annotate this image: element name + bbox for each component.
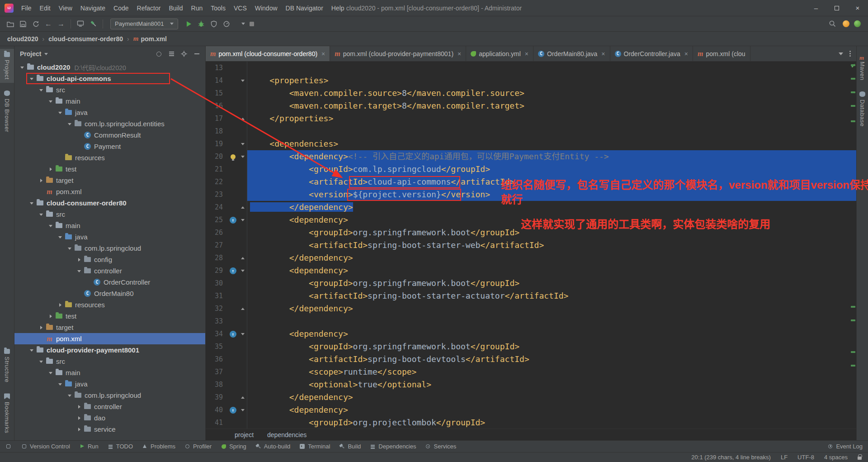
tree-toggle-icon[interactable] xyxy=(56,303,64,307)
toolwindow-button-dependencies[interactable]: Dependencies xyxy=(370,443,416,450)
tool-button-bookmarks[interactable]: Bookmarks xyxy=(0,390,14,437)
run-with-coverage-icon[interactable] xyxy=(208,19,220,29)
code-line-26[interactable]: 26 <groupId>org.springframework.boot</gr… xyxy=(206,226,856,239)
tree-toggle-icon[interactable] xyxy=(28,347,35,353)
line-separator-indicator[interactable]: LF xyxy=(781,454,788,461)
chevron-down-icon[interactable] xyxy=(44,53,48,57)
collapse-all-icon[interactable] xyxy=(168,51,175,57)
run-options-chevron-icon[interactable] xyxy=(233,19,245,29)
stripe-mark[interactable] xyxy=(851,319,855,321)
code-line-14[interactable]: 14 <properties> xyxy=(206,74,856,87)
indent-indicator[interactable]: 4 spaces xyxy=(824,454,848,461)
tree-item-src[interactable]: src xyxy=(14,209,205,220)
tree-item-test[interactable]: test xyxy=(14,310,205,322)
menu-run[interactable]: Run xyxy=(187,3,207,14)
toolwindow-button-todo[interactable]: TODO xyxy=(108,443,133,450)
tree-toggle-icon[interactable] xyxy=(37,326,45,329)
run-configuration-select[interactable]: PaymentMain8001 xyxy=(110,19,178,29)
tree-item-controller[interactable]: controller xyxy=(14,265,205,276)
menu-db-navigator[interactable]: DB Navigator xyxy=(282,3,327,14)
stripe-mark[interactable] xyxy=(851,351,855,353)
menu-navigate[interactable]: Navigate xyxy=(76,3,109,14)
breadcrumb-item-cloud2020[interactable]: cloud2020 xyxy=(7,35,38,43)
update-indicator-icon[interactable] xyxy=(843,20,849,27)
menu-code[interactable]: Code xyxy=(109,3,132,14)
code-line-32[interactable]: 32 </dependency> xyxy=(206,302,856,315)
editor-tab-ordermain80-java[interactable]: COrderMain80.java× xyxy=(533,46,610,61)
code-line-25[interactable]: 25↑ <dependency> xyxy=(206,214,856,226)
toolwindow-button-build[interactable]: Build xyxy=(339,443,361,450)
maven-gutter-icon[interactable]: ↑ xyxy=(227,214,238,226)
code-line-20[interactable]: 20 <dependency><!-- 引入自己定义的api通用包，可以使用Pa… xyxy=(206,150,856,163)
tree-toggle-icon[interactable] xyxy=(56,381,64,387)
menu-build[interactable]: Build xyxy=(165,3,187,14)
code-line-18[interactable]: 18 xyxy=(206,125,856,138)
gradle-indicator-icon[interactable] xyxy=(854,20,861,27)
event-log-button[interactable]: Event Log xyxy=(827,443,863,450)
code-line-30[interactable]: 30 <groupId>org.springframework.boot</gr… xyxy=(206,277,856,290)
more-options-icon[interactable] xyxy=(849,51,851,57)
tree-item-src[interactable]: src xyxy=(14,84,205,95)
fold-icon[interactable] xyxy=(238,214,247,226)
tree-toggle-icon[interactable] xyxy=(47,370,54,376)
tree-toggle-icon[interactable] xyxy=(37,358,45,365)
menu-vcs[interactable]: VCS xyxy=(230,3,251,14)
maven-gutter-icon[interactable]: ↑ xyxy=(227,328,238,340)
code-line-31[interactable]: 31 <artifactId>spring-boot-starter-actua… xyxy=(206,290,856,302)
tree-item-cloud-provider-payment8001[interactable]: cloud-provider-payment8001 xyxy=(14,344,205,356)
code-line-38[interactable]: 38 <optional>true</optional> xyxy=(206,378,856,391)
tree-item-src[interactable]: src xyxy=(14,356,205,367)
tool-button-project[interactable]: Project xyxy=(0,49,14,83)
tag-breadcrumb-project[interactable]: project xyxy=(235,431,254,438)
code-line-27[interactable]: 27 <artifactId>spring-boot-starter-web</… xyxy=(206,239,856,252)
code-line-41[interactable]: 41 <groupId>org.projectlombok</groupId> xyxy=(206,416,856,429)
close-button[interactable]: × xyxy=(847,0,868,16)
tree-toggle-icon[interactable] xyxy=(75,428,83,431)
code-line-22[interactable]: 22 <artifactId>cloud-api-commons</artifa… xyxy=(206,176,856,188)
breadcrumb-item-pom-xml[interactable]: mpom.xml xyxy=(133,35,167,43)
code-line-21[interactable]: 21 <groupId>com.lp.springcloud</groupId> xyxy=(206,163,856,176)
tool-button-maven[interactable]: Maven xyxy=(857,51,868,84)
run-button[interactable] xyxy=(183,19,194,29)
fold-icon[interactable] xyxy=(238,391,247,404)
code-line-37[interactable]: 37 <scope>runtime</scope> xyxy=(206,366,856,378)
tag-breadcrumb-dependencies[interactable]: dependencies xyxy=(267,431,307,438)
code-line-35[interactable]: 35 <groupId>org.springframework.boot</gr… xyxy=(206,340,856,353)
tree-item-ordercontroller[interactable]: COrderController xyxy=(14,276,205,288)
tab-close-icon[interactable]: × xyxy=(458,50,461,57)
tab-close-icon[interactable]: × xyxy=(684,50,688,57)
toolwindow-button-auto-build[interactable]: Auto-build xyxy=(255,443,291,450)
code-line-28[interactable]: 28 </dependency> xyxy=(206,252,856,264)
toolwindow-button-profiler[interactable]: Profiler xyxy=(184,443,212,450)
tree-item-target[interactable]: target xyxy=(14,322,205,333)
tab-close-icon[interactable]: × xyxy=(601,50,605,57)
toolwindow-button-run[interactable]: Run xyxy=(79,443,99,450)
code-line-13[interactable]: 13 xyxy=(206,62,856,74)
tree-item-controller[interactable]: controller xyxy=(14,401,205,412)
hidden-tabs-chevron-icon[interactable] xyxy=(839,52,843,57)
tree-toggle-icon[interactable] xyxy=(37,179,45,182)
tree-item-service[interactable]: service xyxy=(14,424,205,435)
tree-item-commonresult[interactable]: CCommonResult xyxy=(14,129,205,141)
tree-item-main[interactable]: main xyxy=(14,95,205,107)
fold-icon[interactable] xyxy=(238,328,247,340)
code-editor[interactable]: 1314 <properties>15 <maven.compiler.sour… xyxy=(206,62,856,429)
toolwindow-button-terminal[interactable]: Terminal xyxy=(299,443,330,450)
tree-toggle-icon[interactable] xyxy=(75,258,83,262)
hide-panel-icon[interactable] xyxy=(193,51,200,57)
menu-refactor[interactable]: Refactor xyxy=(133,3,165,14)
tree-item-main[interactable]: main xyxy=(14,367,205,378)
tree-toggle-icon[interactable] xyxy=(66,121,73,127)
fold-icon[interactable] xyxy=(238,302,247,315)
tree-item-config[interactable]: config xyxy=(14,254,205,265)
tab-close-icon[interactable]: × xyxy=(321,50,325,57)
tree-item-cloud-api-commons[interactable]: cloud-api-commons xyxy=(14,73,205,84)
stripe-mark[interactable] xyxy=(851,306,855,308)
tree-item-dao[interactable]: dao xyxy=(14,412,205,424)
code-line-19[interactable]: 19 <dependencies> xyxy=(206,138,856,150)
tree-item-ordermain80[interactable]: COrderMain80 xyxy=(14,288,205,299)
code-line-36[interactable]: 36 <artifactId>spring-boot-devtools</art… xyxy=(206,353,856,366)
code-line-33[interactable]: 33 xyxy=(206,315,856,328)
tree-toggle-icon[interactable] xyxy=(75,416,83,420)
editor-tab-ordercontroller-java[interactable]: COrderController.java× xyxy=(610,46,693,61)
